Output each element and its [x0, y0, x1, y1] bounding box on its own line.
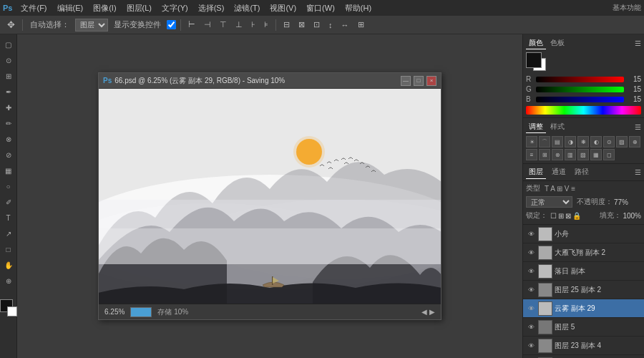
- layer-visibility-toggle[interactable]: 👁: [526, 229, 536, 239]
- menu-image[interactable]: 图像(I): [89, 1, 120, 15]
- tab-paths[interactable]: 路径: [572, 165, 592, 179]
- distribute-bottom[interactable]: ⊞: [355, 19, 367, 31]
- layer-visibility-toggle[interactable]: 👁: [526, 285, 536, 295]
- tool-eraser[interactable]: ⊘: [1, 147, 16, 162]
- layer-visibility-toggle[interactable]: 👁: [526, 322, 536, 332]
- close-button[interactable]: ×: [426, 76, 436, 86]
- tool-selection[interactable]: ▢: [1, 37, 16, 52]
- adj-vibrance[interactable]: ❋: [577, 136, 589, 147]
- green-slider[interactable]: [536, 87, 624, 92]
- color-panel-menu[interactable]: ☰: [635, 39, 641, 47]
- tool-clone[interactable]: ⊗: [1, 132, 16, 146]
- layer-item[interactable]: 👁图层 25 副本 3: [523, 355, 644, 358]
- blend-mode-select[interactable]: 正常: [526, 196, 572, 208]
- menu-filter[interactable]: 滤镜(T): [230, 1, 264, 15]
- layer-item[interactable]: 👁小舟: [523, 225, 644, 243]
- adj-levels[interactable]: ▤: [552, 136, 563, 147]
- tab-swatches[interactable]: 色板: [547, 37, 567, 49]
- tool-gradient[interactable]: ▦: [1, 163, 16, 178]
- tool-lasso[interactable]: ⊙: [1, 53, 16, 67]
- lock-icon-2[interactable]: ⊞: [558, 212, 564, 220]
- tool-shape[interactable]: □: [1, 242, 16, 256]
- blue-slider[interactable]: [536, 97, 624, 102]
- tab-color[interactable]: 颜色: [526, 37, 546, 49]
- adj-posterize[interactable]: ▥: [565, 149, 576, 160]
- layer-item[interactable]: 👁图层 25 副本 2: [523, 281, 644, 299]
- layer-item[interactable]: 👁图层 5: [523, 318, 644, 337]
- lock-icon-1[interactable]: ☐: [550, 212, 557, 220]
- minimize-button[interactable]: —: [401, 76, 411, 86]
- layer-visibility-toggle[interactable]: 👁: [526, 341, 536, 351]
- distribute-middle[interactable]: ↔: [338, 19, 352, 31]
- adj-photo-filter[interactable]: ⊕: [629, 136, 640, 147]
- adj-channel-mixer[interactable]: ≡: [526, 149, 537, 160]
- menu-edit[interactable]: 编辑(E): [53, 1, 88, 15]
- layer-item[interactable]: 👁图层 23 副本 4: [523, 337, 644, 355]
- distribute-center[interactable]: ⊠: [296, 19, 308, 31]
- artwork-canvas[interactable]: [99, 89, 441, 304]
- menu-file[interactable]: 文件(F): [16, 1, 51, 15]
- tool-eyedrop[interactable]: ✒: [1, 84, 16, 99]
- tool-pen[interactable]: ✐: [1, 195, 16, 209]
- tab-styles[interactable]: 样式: [547, 121, 567, 133]
- tool-brush[interactable]: ✏: [1, 116, 16, 130]
- lock-icon-3[interactable]: ⊠: [565, 212, 571, 220]
- adj-color-lookup[interactable]: ⊞: [539, 149, 550, 160]
- layer-visibility-toggle[interactable]: 👁: [526, 304, 536, 314]
- align-left[interactable]: ⊢: [185, 19, 198, 31]
- play-controls[interactable]: ◀ ▶: [421, 308, 435, 316]
- adj-threshold[interactable]: ▧: [577, 149, 589, 160]
- menu-select[interactable]: 选择(S): [194, 1, 229, 15]
- adj-bw[interactable]: ▨: [616, 136, 628, 147]
- layer-item[interactable]: 👁云雾 副本 29: [523, 299, 644, 318]
- menu-layer[interactable]: 图层(L): [122, 1, 156, 15]
- menu-view[interactable]: 视图(V): [265, 1, 301, 15]
- adj-curves[interactable]: ⌒: [539, 136, 550, 147]
- layer-visibility-toggle[interactable]: 👁: [526, 248, 536, 258]
- align-center-v[interactable]: ⊦: [248, 19, 258, 31]
- adj-exposure[interactable]: ◑: [565, 136, 576, 147]
- auto-select-mode[interactable]: 图层: [75, 19, 108, 32]
- tool-dodge[interactable]: ○: [1, 179, 16, 193]
- adjustments-menu[interactable]: ☰: [635, 123, 641, 131]
- tool-hand[interactable]: ✋: [1, 258, 16, 272]
- adj-gradient-map[interactable]: ▦: [590, 149, 602, 160]
- show-transform-checkbox[interactable]: [167, 20, 176, 29]
- adj-invert[interactable]: ⊗: [552, 149, 563, 160]
- move-tool[interactable]: ✥: [4, 18, 18, 32]
- align-center-h[interactable]: ⊣: [201, 19, 214, 31]
- menu-window[interactable]: 窗口(W): [302, 1, 339, 15]
- align-top[interactable]: ⊥: [233, 19, 245, 31]
- layer-item[interactable]: 👁落日 副本: [523, 262, 644, 281]
- menu-text[interactable]: 文字(Y): [157, 1, 192, 15]
- menu-help[interactable]: 帮助(H): [341, 1, 376, 15]
- adj-hsl[interactable]: ◐: [590, 136, 602, 147]
- layer-visibility-toggle[interactable]: 👁: [526, 266, 536, 276]
- tab-channels[interactable]: 通道: [549, 165, 569, 179]
- distribute-left[interactable]: ⊟: [280, 19, 293, 31]
- foreground-swatch[interactable]: [526, 52, 542, 68]
- adj-select-color[interactable]: ◻: [603, 149, 615, 160]
- background-color[interactable]: [7, 306, 17, 316]
- color-spectrum-bar[interactable]: [526, 106, 641, 115]
- distribute-right[interactable]: ⊡: [311, 19, 323, 31]
- layer-item[interactable]: 👁大雁飞翔 副本 2: [523, 243, 644, 262]
- tool-text[interactable]: T: [1, 211, 16, 225]
- tab-layers[interactable]: 图层: [526, 165, 546, 179]
- lock-icon-4[interactable]: 🔒: [572, 212, 581, 220]
- tool-zoom[interactable]: ⊕: [1, 274, 16, 288]
- align-bottom[interactable]: ⊧: [261, 19, 271, 31]
- tool-heal[interactable]: ✚: [1, 100, 16, 115]
- tool-crop[interactable]: ⊞: [1, 69, 16, 83]
- tool-path[interactable]: ↗: [1, 226, 16, 241]
- align-right[interactable]: ⊤: [217, 19, 230, 31]
- maximize-button[interactable]: □: [414, 76, 424, 86]
- adj-brightness[interactable]: ☀: [526, 136, 537, 147]
- red-slider[interactable]: [536, 77, 624, 82]
- layers-menu[interactable]: ☰: [635, 168, 641, 176]
- zoom-box[interactable]: [130, 307, 152, 317]
- tab-adjustments[interactable]: 调整: [526, 121, 546, 133]
- distribute-top[interactable]: ↕: [326, 19, 336, 31]
- adj-colorbal[interactable]: ⊙: [603, 136, 615, 147]
- color-panel-header: 颜色 色板 ☰: [526, 37, 641, 49]
